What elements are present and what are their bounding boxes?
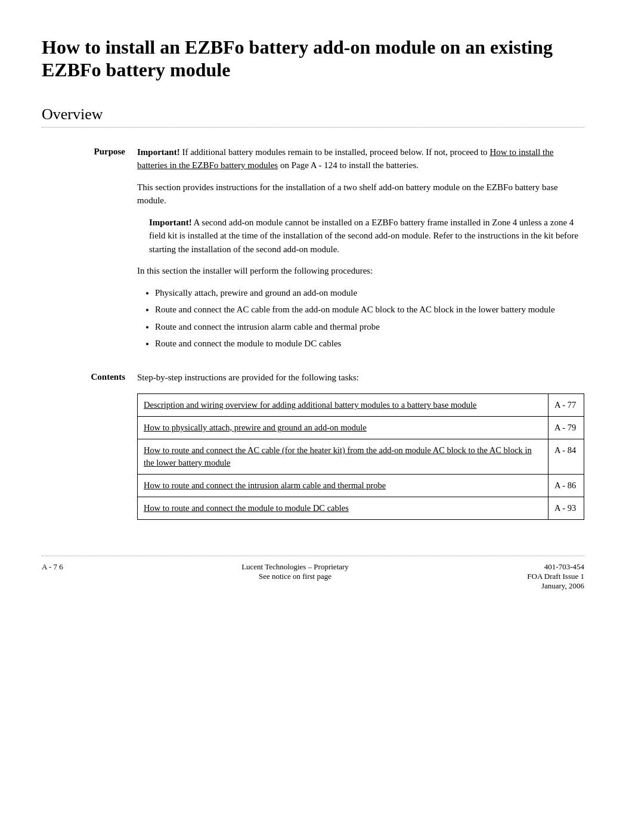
table-cell-desc-5[interactable]: How to route and connect the module to m… [138, 497, 548, 520]
table-row: Description and wiring overview for addi… [138, 394, 584, 417]
page-title: How to install an EZBFo battery add-on m… [42, 36, 584, 82]
section-heading: Overview [42, 106, 584, 123]
table-cell-page-2: A - 79 [548, 417, 584, 439]
footer: A - 7 6 Lucent Technologies – Proprietar… [42, 562, 584, 591]
page: How to install an EZBFo battery add-on m… [0, 0, 626, 840]
table-cell-desc-1[interactable]: Description and wiring overview for addi… [138, 394, 548, 417]
section-divider [42, 127, 584, 128]
important-block-label: Important! [149, 218, 192, 227]
footer-notice: See notice on first page [101, 572, 489, 581]
purpose-content: Important! If additional battery modules… [137, 145, 584, 359]
footer-divider [42, 556, 584, 556]
bullet-1: Physically attach, prewire and ground an… [155, 286, 584, 300]
table-row: How to route and connect the AC cable (f… [138, 439, 584, 475]
footer-company: Lucent Technologies – Proprietary [101, 562, 489, 572]
important-block-text: A second add-on module cannot be install… [149, 218, 578, 254]
bullet-3: Route and connect the intrusion alarm ca… [155, 320, 584, 334]
table-cell-desc-2[interactable]: How to physically attach, prewire and gr… [138, 417, 548, 439]
purpose-p2: This section provides instructions for t… [137, 181, 584, 207]
table-cell-desc-4[interactable]: How to route and connect the intrusion a… [138, 475, 548, 497]
contents-row: Contents Step-by-step instructions are p… [42, 371, 584, 520]
table-cell-page-1: A - 77 [548, 394, 584, 417]
procedures-intro: In this section the installer will perfo… [137, 264, 584, 278]
important-inline-1: Important! [137, 147, 180, 157]
table-row: How to route and connect the intrusion a… [138, 475, 584, 497]
table-row: How to physically attach, prewire and gr… [138, 417, 584, 439]
purpose-p1: Important! If additional battery modules… [137, 145, 584, 172]
important-block-para: Important! A second add-on module cannot… [149, 216, 584, 256]
footer-page-number: A - 7 6 [42, 562, 101, 572]
purpose-p1-text2: on Page A - 124 to install the batteries… [278, 160, 419, 170]
purpose-label: Purpose [42, 145, 137, 359]
content-area: Purpose Important! If additional battery… [42, 145, 584, 532]
footer-issue: FOA Draft Issue 1 [489, 572, 584, 581]
footer-right: 401-703-454 FOA Draft Issue 1 January, 2… [489, 562, 584, 591]
table-cell-desc-3[interactable]: How to route and connect the AC cable (f… [138, 439, 548, 475]
table-cell-page-4: A - 86 [548, 475, 584, 497]
contents-content: Step-by-step instructions are provided f… [137, 371, 584, 520]
purpose-row: Purpose Important! If additional battery… [42, 145, 584, 359]
footer-date: January, 2006 [489, 581, 584, 591]
table-cell-page-5: A - 93 [548, 497, 584, 520]
contents-label: Contents [42, 371, 137, 520]
table-cell-page-3: A - 84 [548, 439, 584, 475]
bullet-4: Route and connect the module to module D… [155, 337, 584, 351]
contents-table: Description and wiring overview for addi… [137, 393, 584, 520]
procedures-list: Physically attach, prewire and ground an… [137, 286, 584, 351]
footer-center: Lucent Technologies – Proprietary See no… [101, 562, 489, 581]
purpose-p1-text1: If additional battery modules remain to … [180, 147, 490, 157]
table-row: How to route and connect the module to m… [138, 497, 584, 520]
contents-intro: Step-by-step instructions are provided f… [137, 371, 584, 385]
important-block: Important! A second add-on module cannot… [137, 216, 584, 256]
footer-doc-number: 401-703-454 [489, 562, 584, 572]
bullet-2: Route and connect the AC cable from the … [155, 303, 584, 317]
